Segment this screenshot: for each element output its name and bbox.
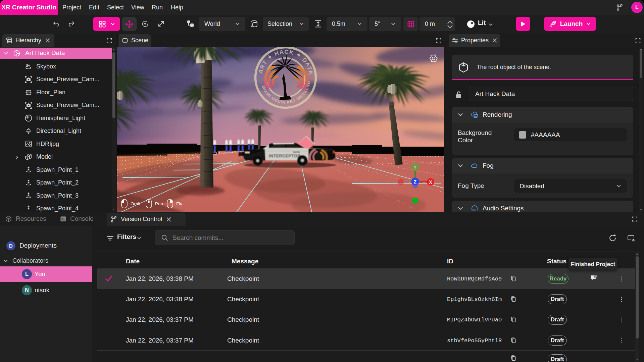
svg-text:Pan: Pan [155, 201, 163, 206]
svg-text:INTERCEPTOR: INTERCEPTOR [269, 154, 301, 158]
svg-text:Z: Z [414, 179, 417, 185]
svg-text:Y: Y [413, 165, 417, 170]
svg-text:Fly: Fly [176, 201, 182, 206]
svg-text:X: X [429, 179, 432, 185]
svg-text:Orbit: Orbit [131, 201, 141, 206]
